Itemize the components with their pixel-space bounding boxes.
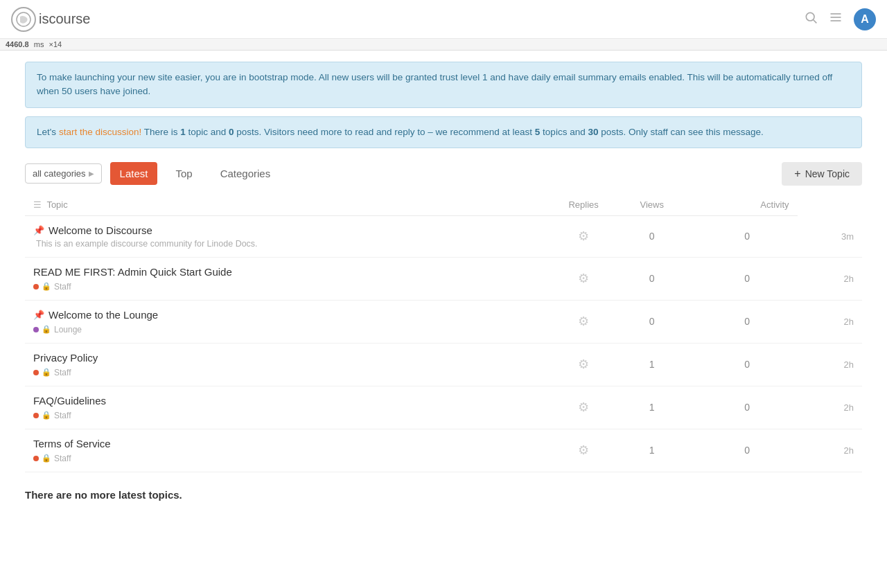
plus-icon: + bbox=[794, 168, 800, 180]
list-icon: ☰ bbox=[33, 199, 42, 210]
topic-views-0: 0 bbox=[697, 215, 798, 257]
user-avatar-button[interactable]: A bbox=[854, 8, 876, 30]
table-header: ☰ Topic Replies Views Activity bbox=[25, 194, 862, 216]
topic-title[interactable]: Terms of Service bbox=[33, 438, 111, 449]
topic-activity-2: 2h bbox=[798, 300, 862, 343]
menu-icon[interactable] bbox=[829, 10, 843, 28]
start-discussion-link[interactable]: start the discussion! bbox=[59, 127, 141, 137]
gear-icon[interactable]: ⚙ bbox=[578, 357, 589, 371]
lock-icon: 🔒 bbox=[42, 411, 51, 420]
topic-replies-5: 1 bbox=[607, 429, 697, 472]
topic-cell-3: Privacy Policy 🔒 Staff bbox=[25, 343, 560, 386]
topic-gear-0: ⚙ bbox=[560, 215, 606, 257]
main-content: To make launching your new site easier, … bbox=[14, 51, 873, 512]
lock-icon: 🔒 bbox=[42, 454, 51, 463]
topic-cell-1: READ ME FIRST: Admin Quick Start Guide 🔒… bbox=[25, 257, 560, 300]
table-row: 📌Welcome to the Lounge 🔒 Lounge ⚙002h bbox=[25, 300, 862, 343]
discussion-text3: posts. Visitors need more to read and re… bbox=[236, 127, 534, 137]
topic-gear-3: ⚙ bbox=[560, 343, 606, 386]
tab-categories[interactable]: Categories bbox=[211, 162, 281, 185]
discussion-prefix: Let's bbox=[37, 127, 56, 137]
topic-replies-4: 1 bbox=[607, 386, 697, 429]
tab-top[interactable]: Top bbox=[166, 162, 202, 185]
topic-title[interactable]: READ ME FIRST: Admin Quick Start Guide bbox=[33, 266, 232, 278]
category-badge: 🔒 Lounge bbox=[33, 325, 552, 335]
topic-views-4: 0 bbox=[697, 386, 798, 429]
topic-gear-5: ⚙ bbox=[560, 429, 606, 472]
categories-dropdown[interactable]: all categories ▶ bbox=[25, 163, 102, 184]
col-header-replies: Replies bbox=[560, 194, 606, 216]
category-name: Staff bbox=[54, 282, 71, 292]
gear-icon[interactable]: ⚙ bbox=[578, 229, 589, 243]
category-name: Staff bbox=[54, 411, 71, 420]
table-row: FAQ/Guidelines 🔒 Staff ⚙102h bbox=[25, 386, 862, 429]
col-header-topic: ☰ Topic bbox=[25, 194, 560, 216]
topic-gear-1: ⚙ bbox=[560, 257, 606, 300]
discussion-notice: Let's start the discussion! There is 1 t… bbox=[25, 116, 862, 148]
category-dot-icon bbox=[33, 456, 39, 461]
col-topic-label: Topic bbox=[46, 199, 67, 210]
discussion-post-count: 0 bbox=[229, 127, 234, 137]
pin-icon: 📌 bbox=[33, 310, 44, 320]
gear-icon[interactable]: ⚙ bbox=[578, 400, 589, 414]
debug-unit: ms bbox=[34, 40, 44, 48]
topic-title[interactable]: Welcome to Discourse bbox=[49, 224, 152, 236]
category-name: Staff bbox=[54, 454, 71, 463]
topic-cell-4: FAQ/Guidelines 🔒 Staff bbox=[25, 386, 560, 429]
topic-replies-0: 0 bbox=[607, 215, 697, 257]
discussion-text-middle: There is bbox=[144, 127, 181, 137]
new-topic-label: New Topic bbox=[805, 168, 850, 179]
table-row: 📌Welcome to Discourse This is an example… bbox=[25, 215, 862, 257]
topic-views-2: 0 bbox=[697, 300, 798, 343]
gear-icon[interactable]: ⚙ bbox=[578, 443, 589, 457]
toolbar-left: all categories ▶ Latest Top Categories bbox=[25, 162, 280, 185]
lock-icon: 🔒 bbox=[42, 325, 51, 334]
category-dot-icon bbox=[33, 284, 39, 289]
topic-replies-1: 0 bbox=[607, 257, 697, 300]
topic-cell-2: 📌Welcome to the Lounge 🔒 Lounge bbox=[25, 300, 560, 343]
tab-latest[interactable]: Latest bbox=[110, 162, 158, 185]
table-row: Privacy Policy 🔒 Staff ⚙102h bbox=[25, 343, 862, 386]
lock-icon: 🔒 bbox=[42, 368, 51, 377]
gear-icon[interactable]: ⚙ bbox=[578, 271, 589, 285]
category-name: Staff bbox=[54, 368, 71, 377]
col-header-activity: Activity bbox=[697, 194, 798, 216]
topics-list: 📌Welcome to Discourse This is an example… bbox=[25, 215, 862, 472]
topic-activity-3: 2h bbox=[798, 343, 862, 386]
no-more-topics: There are no more latest topics. bbox=[25, 489, 862, 501]
col-header-views: Views bbox=[607, 194, 697, 216]
chevron-down-icon: ▶ bbox=[89, 170, 94, 177]
new-topic-button[interactable]: + New Topic bbox=[782, 162, 862, 186]
category-name: Lounge bbox=[54, 325, 82, 335]
discussion-rec-posts: 30 bbox=[588, 127, 598, 137]
category-badge: 🔒 Staff bbox=[33, 368, 552, 377]
logo[interactable]: iscourse bbox=[11, 7, 90, 32]
topic-title[interactable]: Privacy Policy bbox=[33, 352, 98, 364]
debug-multiplier: ×14 bbox=[49, 40, 62, 48]
topic-cell-0: 📌Welcome to Discourse This is an example… bbox=[25, 215, 560, 257]
table-row: READ ME FIRST: Admin Quick Start Guide 🔒… bbox=[25, 257, 862, 300]
discussion-rec-topics: 5 bbox=[535, 127, 541, 137]
category-badge: 🔒 Staff bbox=[33, 454, 552, 463]
topic-title[interactable]: Welcome to the Lounge bbox=[49, 309, 158, 321]
category-dot-icon bbox=[33, 327, 39, 332]
category-dot-icon bbox=[33, 370, 39, 375]
topics-table: ☰ Topic Replies Views Activity 📌Welcome … bbox=[25, 194, 862, 472]
topic-title[interactable]: FAQ/Guidelines bbox=[33, 395, 106, 407]
category-dot-icon bbox=[33, 413, 39, 418]
svg-line-2 bbox=[814, 20, 817, 24]
topic-gear-2: ⚙ bbox=[560, 300, 606, 343]
topic-views-3: 0 bbox=[697, 343, 798, 386]
header-actions: A bbox=[804, 8, 876, 30]
svg-point-1 bbox=[806, 12, 814, 21]
categories-label: all categories bbox=[33, 168, 86, 179]
topic-views-1: 0 bbox=[697, 257, 798, 300]
logo-icon bbox=[11, 7, 36, 32]
category-badge: 🔒 Staff bbox=[33, 411, 552, 420]
gear-icon[interactable]: ⚙ bbox=[578, 314, 589, 328]
table-row: Terms of Service 🔒 Staff ⚙102h bbox=[25, 429, 862, 472]
topics-toolbar: all categories ▶ Latest Top Categories +… bbox=[25, 162, 862, 186]
topic-views-5: 0 bbox=[697, 429, 798, 472]
search-icon[interactable] bbox=[804, 10, 818, 28]
topic-subtitle: This is an example discourse community f… bbox=[36, 239, 552, 249]
